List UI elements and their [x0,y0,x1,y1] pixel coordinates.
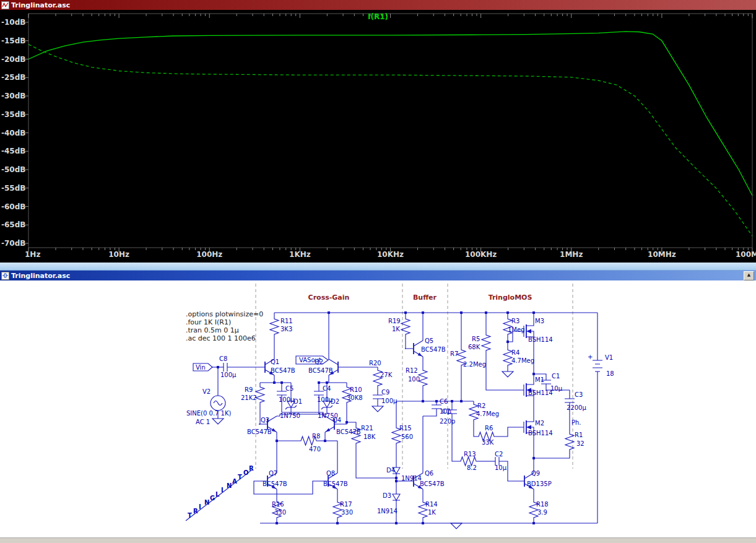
decoration-letter: T [188,512,192,519]
trace-label[interactable]: I(R1) [0,12,756,21]
scroll-up-button[interactable]: ▲ [744,271,754,280]
component-label: R9 [245,386,253,393]
npn-transistor [405,341,423,357]
component-label: R1 [575,432,583,438]
component-label: R7 [450,350,458,357]
component-label: 560 [401,433,413,440]
plot-window-titlebar[interactable]: Tringlinator.asc [0,0,756,10]
y-axis-label: -50dB [1,165,25,174]
component-label: C9 [381,389,389,396]
arrow [526,425,531,430]
component-label: R20 [369,360,381,367]
component-label: 100µ [279,396,295,403]
wire [474,421,477,437]
y-axis-label: -20dB [1,55,25,64]
schematic-wires [186,313,597,523]
junction [435,400,438,402]
wire [259,404,260,424]
battery-symbol [593,360,602,371]
component-label: R6 [485,425,493,432]
junction [217,366,219,368]
component-label: D4 [386,467,395,474]
component-label: 100 [408,376,420,383]
y-axis-label: -35dB [1,110,25,119]
decoration-letter: O [243,469,249,476]
junction [506,311,509,314]
window-frame-band [0,263,756,271]
component-label: R2 [477,402,485,409]
schematic-pane[interactable]: .options plotwinsize=0.four 1K I(R1).tra… [0,280,756,537]
plot-trace-solid [28,32,752,196]
emitter-arrow [272,428,276,432]
component-label: 2.2Meg [463,361,486,368]
component-label: 68K [468,344,480,350]
y-axis-label: -65dB [1,220,25,229]
y-axis-label: -15dB [1,37,25,45]
component-label: R11 [280,318,293,324]
component-label: 1N914 [377,508,398,515]
component-label: Q3 [261,417,269,424]
resistor [256,385,264,404]
component-label: Q7 [269,470,277,477]
component-label: R21 [361,425,373,432]
component-label: BC547B [247,428,272,435]
component-label: 330 [274,509,286,516]
component-label: M2 [535,420,544,427]
schematic-labels: .options plotwinsize=0.four 1K I(R1).tra… [186,293,614,519]
component-label: C5 [285,385,293,392]
x-axis-label: 100MHz [736,250,756,259]
capacitor [224,363,227,371]
section-label: TringloMOS [489,293,532,302]
arrow [526,329,531,334]
component-label: AC 1 [196,419,210,425]
junction [395,477,398,479]
junction [328,311,330,314]
junction [532,311,535,314]
component-label: C3 [575,391,583,398]
component-label: 3.9 [537,509,547,516]
schematic-window-titlebar[interactable]: Tringlinator.asc ▲ [0,271,756,280]
decoration-letter: G [210,495,215,502]
component-label: 470 [309,446,321,453]
component-label: Q4 [332,417,341,424]
component-label: 21K2 [241,394,257,401]
component-label: R5 [472,336,480,342]
plot-trace-dashed [28,45,752,236]
component-label: C6 [440,398,448,405]
schematic-canvas[interactable]: .options plotwinsize=0.four 1K I(R1).tra… [0,280,756,537]
component-label: BSH114 [528,336,553,343]
junction [460,311,463,314]
component-label: C4 [323,385,331,392]
y-axis-label: -25dB [1,73,25,82]
junction [273,381,276,384]
spice-directive: .four 1K I(R1) [186,318,231,326]
component-label: 8.2 [467,464,477,471]
component-label: 1N914 [401,475,422,482]
resistor [482,333,490,352]
component-label: D2 [331,398,339,405]
emitter-arrow [326,428,330,432]
waveform-plot-canvas[interactable]: -10dB-15dB-20dB-25dB-30dB-35dB-40dB-45dB… [0,10,756,263]
ground-symbol [372,406,383,412]
component-label: C7 [442,408,450,415]
decoration-letter: T [238,474,242,480]
junction [404,311,407,314]
component-label: R18 [536,501,549,508]
decoration-letter: R [193,508,198,515]
component-label: 18K [363,433,376,440]
component-label: BC547B [421,346,446,353]
component-label: C1 [552,373,560,380]
component-label: 1Meg [508,326,525,333]
component-label: 2200µ [567,404,586,411]
component-label: 4.7Meg [476,411,499,417]
plot-frame [28,14,752,248]
decoration-letter: R [249,465,254,472]
component-label: BC547B [263,480,287,487]
component-label: R14 [425,501,438,508]
component-label: BD135P [527,480,552,487]
component-label: 27K [380,371,393,378]
waveform-plot-pane[interactable]: -10dB-15dB-20dB-25dB-30dB-35dB-40dB-45dB… [0,10,756,263]
component-label: V1 [605,354,613,361]
wire [423,409,437,416]
component-label: M3 [535,318,544,324]
